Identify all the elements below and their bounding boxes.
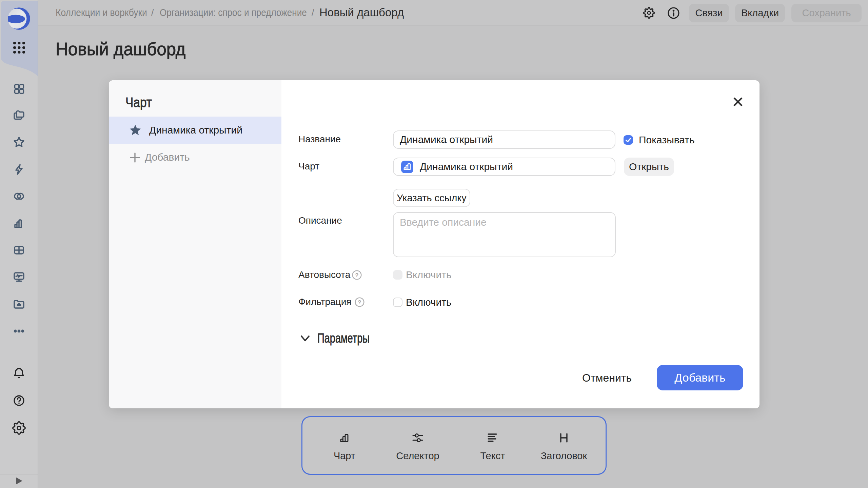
svg-text:?: ? bbox=[358, 299, 361, 306]
svg-text:?: ? bbox=[355, 272, 358, 279]
